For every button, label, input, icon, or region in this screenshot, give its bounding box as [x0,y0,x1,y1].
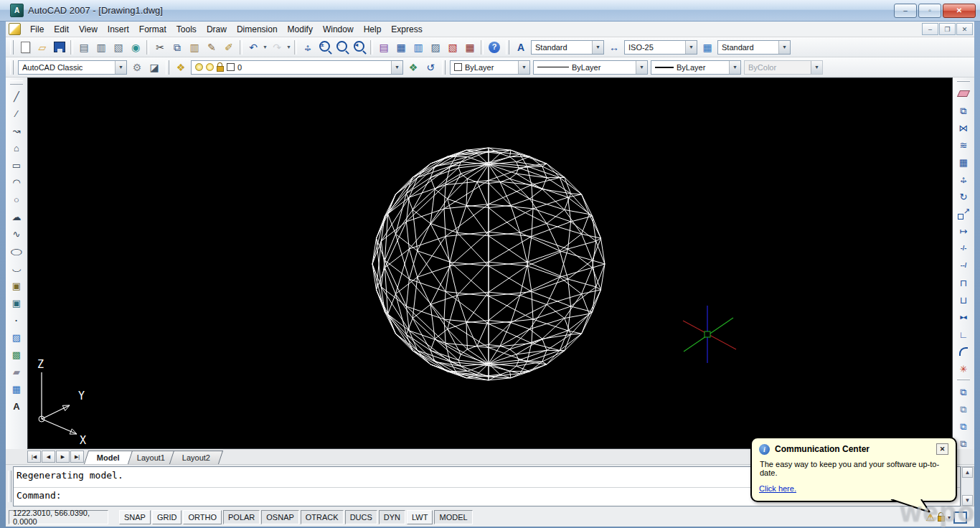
toolbar-grip[interactable] [10,80,23,85]
toggle-ortho[interactable]: ORTHO [183,510,222,524]
menu-format[interactable]: Format [134,22,171,37]
join-icon[interactable]: ▸◂ [956,309,971,325]
trim-icon[interactable]: -/- [956,240,971,256]
toolbar-grip[interactable] [10,40,14,55]
mirror-icon[interactable]: ⋈ [956,120,971,136]
erase-icon[interactable] [956,85,971,101]
warning-icon[interactable]: ⚠ [925,512,935,523]
chevron-down-icon[interactable]: ▼ [685,41,697,54]
toggle-model[interactable]: MODEL [434,510,472,524]
publish-icon[interactable]: ▧ [110,39,126,55]
toolbar-grip[interactable] [957,379,970,380]
workspace-switch-icon[interactable]: ◪ [146,60,162,75]
fillet-icon[interactable] [956,344,971,359]
scale-icon[interactable]: ↗ [956,206,971,222]
redo-dropdown-arrow[interactable]: ▼ [286,44,292,50]
help-icon[interactable]: ? [486,39,502,55]
menu-tools[interactable]: Tools [171,22,202,37]
break-at-point-icon[interactable]: ⊓ [956,275,971,291]
quickcalc-icon[interactable]: ▦ [462,39,478,55]
zoom-window-icon[interactable]: ▫ [334,39,350,55]
toolbar-grip[interactable] [10,60,14,75]
clean-screen-icon[interactable] [953,512,967,524]
sheet-set-manager-icon[interactable]: ▨ [428,39,443,55]
model-space-viewport[interactable]: ZYX [28,78,953,448]
gradient-icon[interactable]: ▩ [9,346,24,362]
toolbar-grip[interactable] [506,40,509,55]
multiline-text-icon[interactable]: A [9,398,24,414]
new-icon[interactable] [17,39,33,55]
copy-icon[interactable]: ⧉ [169,39,185,55]
3d-dwf-icon[interactable]: ◉ [128,39,143,55]
dim-style-dropdown[interactable]: ISO-25 ▼ [624,40,697,55]
child-close-button[interactable]: ✕ [956,23,973,35]
child-restore-button[interactable]: ❐ [939,23,956,35]
ellipse-icon[interactable]: ◯ [9,243,24,259]
explode-icon[interactable]: ✳ [956,361,971,377]
minimize-button[interactable]: – [894,4,917,18]
chevron-down-icon[interactable]: ▼ [115,61,126,74]
text-style-icon[interactable]: A [513,39,529,55]
menu-modify[interactable]: Modify [283,22,318,37]
menu-edit[interactable]: Edit [49,22,74,37]
zoom-realtime-icon[interactable]: ± [317,39,333,55]
menu-express[interactable]: Express [386,22,427,37]
match-properties-icon[interactable]: ✎ [204,39,220,55]
extend-icon[interactable]: --/ [956,258,971,273]
make-object-layer-current-icon[interactable]: ❖ [405,60,421,75]
menu-file[interactable]: File [25,22,49,37]
menu-help[interactable]: Help [359,22,387,37]
toolbar-grip[interactable] [442,60,446,75]
tab-nav-last[interactable]: ▶| [70,451,84,463]
bring-to-front-icon[interactable]: ⧉ [956,384,971,400]
tab-model[interactable]: Model [84,451,133,464]
designcenter-icon[interactable]: ▦ [393,39,409,55]
break-icon[interactable]: ⊔ [956,292,971,308]
tray-dropdown-arrow[interactable]: ▾ [948,514,951,521]
dim-style-icon[interactable]: ↔ [606,39,622,55]
ellipse-arc-icon[interactable]: ◡ [9,260,24,276]
line-icon[interactable]: ╱ [9,88,24,104]
scroll-down-icon[interactable]: ▼ [962,495,973,506]
scroll-up-icon[interactable]: ▲ [962,467,973,478]
workspace-dropdown[interactable]: AutoCAD Classic ▼ [18,60,127,75]
tool-palettes-icon[interactable]: ▥ [410,39,426,55]
coordinate-readout[interactable]: 1222.3010, 566.0390, 0.0000 [9,510,108,524]
child-minimize-button[interactable]: – [922,23,938,35]
plot-icon[interactable]: ▤ [76,39,92,55]
layer-properties-manager-icon[interactable]: ❖ [173,60,189,75]
stretch-icon[interactable]: ↦ [956,223,971,239]
table-style-icon[interactable]: ▦ [699,39,715,55]
text-style-dropdown[interactable]: Standard ▼ [531,40,604,55]
make-block-icon[interactable]: ▣ [9,295,24,311]
insert-block-icon[interactable]: ▣ [9,278,24,293]
chamfer-icon[interactable]: ∟ [956,326,971,342]
drawing-canvas[interactable]: ZYX [27,77,953,449]
construction-line-icon[interactable]: ∕ [9,105,24,121]
tab-layout2[interactable]: Layout2 [169,451,223,464]
table-style-dropdown[interactable]: Standard ▼ [717,40,791,55]
chevron-down-icon[interactable]: ▼ [729,61,740,74]
rectangle-icon[interactable]: ▭ [9,157,24,173]
toggle-ducs[interactable]: DUCS [345,510,377,524]
point-icon[interactable]: · [9,312,24,328]
bring-above-objects-icon[interactable]: ⧉ [956,418,971,434]
revision-cloud-icon[interactable]: ☁ [9,209,24,225]
spline-icon[interactable]: ∿ [9,226,24,242]
undo-icon[interactable]: ↶ [245,39,261,55]
toolbar-grip[interactable] [166,60,169,75]
tab-nav-prev[interactable]: ◀ [42,451,55,463]
menu-dimension[interactable]: Dimension [232,22,283,37]
copy-object-icon[interactable]: ⧉ [956,103,971,118]
toolbar-grip[interactable] [957,80,970,82]
close-button[interactable]: ✕ [943,4,976,18]
menu-window[interactable]: Window [318,22,359,37]
linetype-dropdown[interactable]: ByLayer ▼ [533,60,648,75]
toggle-osnap[interactable]: OSNAP [261,510,299,524]
maximize-button[interactable]: ▫ [918,4,941,18]
polygon-icon[interactable]: ⌂ [9,140,24,156]
toggle-otrack[interactable]: OTRACK [301,510,344,524]
array-icon[interactable]: ▦ [956,154,971,170]
hatch-icon[interactable]: ▨ [9,329,24,345]
open-icon[interactable]: ▱ [34,39,50,55]
